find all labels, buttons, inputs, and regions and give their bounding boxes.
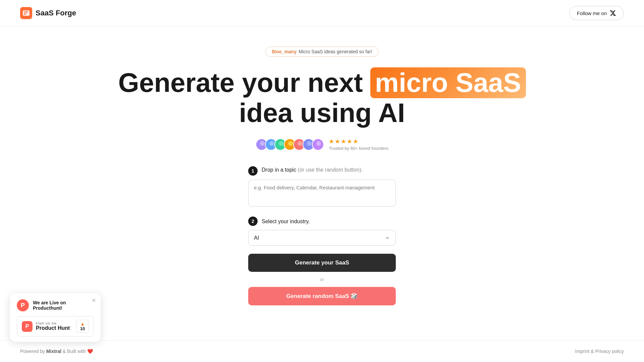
follow-btn-label: Follow me on bbox=[577, 10, 607, 16]
footer-privacy[interactable]: Imprint & Privacy policy bbox=[575, 349, 624, 354]
ideas-badge: $too_many Micro SaaS ideas generated so … bbox=[265, 47, 378, 57]
svg-rect-3 bbox=[24, 13, 27, 13]
footer: Powered by Mixtral & Built with ❤️ Impri… bbox=[0, 340, 644, 362]
idea-form: 1 Drop in a topic (or use the random but… bbox=[248, 166, 396, 305]
random-button[interactable]: Generate random SaaS 🎲 bbox=[248, 287, 396, 305]
popup-header: P We are Live on Producthunt! bbox=[17, 299, 94, 311]
ph-logo-circle: P bbox=[17, 299, 29, 311]
ph-hunt-text: Product Hunt bbox=[36, 325, 70, 331]
ph-banner-texts: FIND US ON Product Hunt bbox=[36, 322, 70, 331]
ph-banner[interactable]: P FIND US ON Product Hunt ▲ 10 bbox=[17, 316, 94, 337]
generate-button[interactable]: Generate your SaaS bbox=[248, 254, 396, 272]
hero-line1: Generate your next micro SaaS bbox=[118, 68, 526, 98]
step2-number: 2 bbox=[248, 217, 258, 226]
avatar bbox=[312, 138, 324, 150]
footer-powered-by: Powered by bbox=[20, 349, 46, 354]
badge-text: Micro SaaS ideas generated so far! bbox=[299, 49, 372, 54]
hero-line2: idea using AI bbox=[239, 98, 405, 128]
hero-highlight: micro SaaS bbox=[370, 67, 526, 98]
industry-select[interactable]: AI Health Finance Education E-commerce T… bbox=[248, 230, 396, 246]
svg-rect-2 bbox=[24, 11, 29, 12]
svg-point-11 bbox=[288, 141, 293, 146]
x-twitter-icon bbox=[609, 10, 616, 16]
trust-text: Trusted by 60+ bored founders bbox=[329, 146, 388, 151]
stars: ★★★★★ bbox=[329, 138, 359, 145]
step1-label-main: Drop in a topic bbox=[262, 167, 296, 173]
svg-rect-4 bbox=[24, 14, 26, 15]
hero-title: Generate your next micro SaaS idea using… bbox=[118, 67, 526, 128]
producthunt-popup: ✕ P We are Live on Producthunt! P FIND U… bbox=[10, 293, 101, 342]
step1-row: 1 Drop in a topic (or use the random but… bbox=[248, 166, 396, 176]
svg-point-15 bbox=[307, 141, 312, 146]
avatars bbox=[256, 138, 324, 150]
popup-live-text: We are Live on Producthunt! bbox=[33, 300, 94, 311]
hero-line1-start: Generate your next bbox=[118, 68, 370, 98]
ph-icon-letter: P bbox=[25, 323, 29, 329]
step1-label: Drop in a topic (or use the random butto… bbox=[262, 166, 363, 173]
popup-close-button[interactable]: ✕ bbox=[92, 297, 96, 304]
step2-row: 2 Select your industry. bbox=[248, 216, 396, 226]
badge-code: $too_many bbox=[272, 49, 297, 54]
svg-point-7 bbox=[269, 141, 274, 146]
main-content: $too_many Micro SaaS ideas generated so … bbox=[0, 26, 644, 305]
follow-button[interactable]: Follow me on bbox=[569, 6, 624, 20]
ph-upvote-count: 10 bbox=[80, 326, 85, 331]
step2-label: Select your industry. bbox=[262, 217, 310, 225]
logo-area: SaaS Forge bbox=[20, 7, 76, 19]
footer-left: Powered by Mixtral & Built with ❤️ bbox=[20, 349, 93, 354]
ph-upvote[interactable]: ▲ 10 bbox=[76, 320, 89, 333]
ph-logo-letter: P bbox=[21, 302, 25, 309]
ph-find-us: FIND US ON bbox=[36, 322, 70, 325]
svg-point-5 bbox=[260, 141, 265, 146]
ph-upvote-arrow: ▲ bbox=[80, 321, 85, 326]
footer-built-with: & Built with ❤️ bbox=[61, 349, 93, 354]
logo-text: SaaS Forge bbox=[36, 9, 76, 17]
svg-point-18 bbox=[315, 146, 323, 150]
stars-area: ★★★★★ Trusted by 60+ bored founders bbox=[329, 138, 388, 151]
svg-point-13 bbox=[298, 141, 302, 146]
header: SaaS Forge Follow me on bbox=[0, 0, 644, 26]
logo-icon bbox=[20, 7, 32, 19]
svg-point-17 bbox=[316, 141, 321, 146]
topic-input[interactable] bbox=[248, 180, 396, 206]
svg-point-9 bbox=[279, 141, 283, 146]
social-proof: ★★★★★ Trusted by 60+ bored founders bbox=[256, 138, 388, 151]
step1-label-sub: (or use the random button). bbox=[296, 167, 363, 173]
or-divider: or bbox=[248, 277, 396, 282]
footer-mixtral-link[interactable]: Mixtral bbox=[46, 349, 61, 354]
ph-banner-left: P FIND US ON Product Hunt bbox=[22, 321, 70, 332]
step1-number: 1 bbox=[248, 166, 258, 176]
ph-icon-block: P bbox=[22, 321, 33, 332]
